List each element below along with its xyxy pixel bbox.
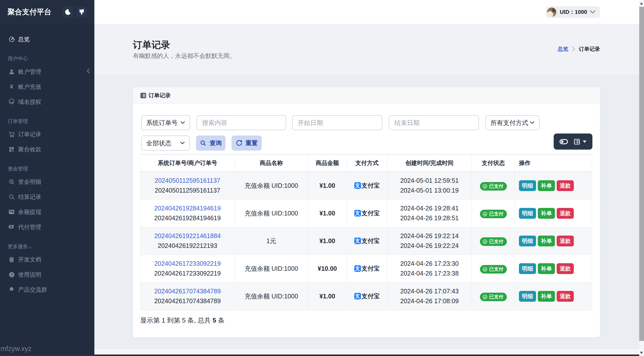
svg-text:?: ? — [11, 273, 13, 277]
